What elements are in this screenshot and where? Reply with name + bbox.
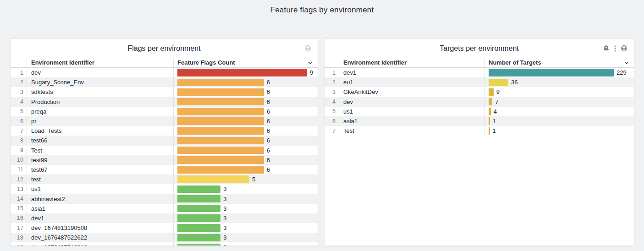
bar-value: 6: [267, 157, 270, 164]
row-number: 6: [325, 116, 339, 126]
value-cell: 3: [173, 223, 318, 233]
chevron-down-icon[interactable]: [307, 60, 314, 67]
row-number: 8: [11, 136, 27, 145]
value-cell: 7: [484, 97, 634, 107]
bar-gauge: [177, 98, 264, 106]
environment-cell: pr: [27, 116, 173, 126]
bar-value: 9: [310, 69, 313, 76]
row-number: 2: [325, 77, 339, 87]
table-row: 7Load_Tests6: [11, 126, 318, 136]
bar-gauge: [489, 88, 494, 96]
value-cell: 9: [173, 68, 318, 77]
value-cell: 1: [484, 116, 634, 126]
panel-title[interactable]: Flags per environment: [127, 44, 200, 53]
environment-cell: us1: [339, 107, 484, 116]
bar-gauge: [177, 88, 264, 96]
value-cell: 3: [173, 194, 318, 203]
row-number: 1: [325, 68, 339, 77]
bar-gauge: [489, 127, 490, 135]
value-cell: 6: [173, 97, 318, 107]
row-number: 17: [11, 223, 27, 233]
value-cell: 36: [484, 77, 634, 87]
bar-value: 3: [223, 224, 226, 231]
panel-header: Flags per environment: [11, 39, 318, 58]
bar-value: 36: [511, 79, 517, 86]
table-row: 6pr6: [11, 116, 318, 126]
row-number: 1: [11, 68, 27, 77]
bar-gauge: [489, 69, 614, 76]
row-number: 19: [11, 242, 27, 246]
table-row: 15asia13: [11, 204, 318, 213]
table-row: 6asia11: [325, 116, 634, 126]
environment-cell: dev_1676487546612: [27, 242, 173, 246]
environment-cell: us1: [27, 184, 173, 194]
environment-cell: eu1: [339, 77, 484, 87]
bar-value: 6: [267, 88, 270, 95]
bar-gauge: [177, 175, 249, 183]
bar-value: 6: [267, 79, 270, 86]
bar-gauge: [177, 166, 264, 174]
column-header-environment[interactable]: Environment Identifier: [339, 58, 484, 67]
globe-icon[interactable]: [621, 45, 627, 52]
bar-value: 6: [267, 147, 270, 154]
table-row: 2eu136: [325, 77, 634, 87]
kebab-menu-icon[interactable]: [614, 45, 616, 52]
value-cell: 3: [173, 213, 318, 223]
bar-value: 3: [223, 244, 226, 246]
environment-cell: preqa: [27, 107, 173, 116]
environment-cell: GkeAnkitDev: [339, 87, 484, 97]
row-number: 15: [11, 204, 27, 213]
globe-icon[interactable]: [304, 45, 311, 52]
row-number: 11: [11, 165, 27, 175]
value-cell: 3: [173, 184, 318, 194]
row-number-header: [11, 58, 27, 67]
value-cell: 6: [173, 146, 318, 155]
environment-cell: dev: [339, 97, 484, 107]
bar-gauge: [177, 156, 264, 164]
column-header-environment[interactable]: Environment Identifier: [27, 58, 173, 67]
value-cell: 6: [173, 165, 318, 175]
panel-header: Targets per environment: [325, 39, 634, 58]
table-row: 1dev1229: [325, 68, 634, 77]
value-cell: 3: [173, 204, 318, 213]
bell-plus-icon[interactable]: [603, 45, 610, 52]
chevron-down-icon[interactable]: [623, 60, 630, 67]
bar-value: 6: [267, 137, 270, 144]
row-number: 2: [11, 77, 27, 87]
table-row: 10test996: [11, 155, 318, 165]
environment-cell: test99: [27, 155, 173, 165]
panel-title[interactable]: Targets per environment: [440, 44, 519, 53]
environment-cell: dev: [27, 68, 173, 77]
table-row: 4dev7: [325, 97, 634, 107]
bar-gauge: [177, 108, 264, 115]
table-row: 3GkeAnkitDev9: [325, 87, 634, 97]
column-header-targets[interactable]: Number of Targets: [484, 58, 634, 67]
bar-gauge: [177, 214, 220, 222]
bar-value: 3: [223, 186, 226, 192]
row-number: 16: [11, 213, 27, 223]
table-row: 17dev_16748131905083: [11, 223, 318, 233]
row-number: 14: [11, 194, 27, 203]
row-number-header: [325, 58, 339, 67]
row-number: 5: [11, 107, 27, 116]
table-row: 12test5: [11, 175, 318, 184]
table-row: 14abhinavtest23: [11, 194, 318, 203]
value-cell: 3: [173, 242, 318, 246]
bar-gauge: [489, 98, 492, 106]
table-row: 2Sugary_Scone_Env6: [11, 77, 318, 87]
environment-cell: sdktests: [27, 87, 173, 97]
column-header-count[interactable]: Feature Flags Count: [173, 58, 318, 67]
panel-flags-per-environment: Flags per environment Environment Identi…: [10, 38, 318, 246]
environment-cell: test67: [27, 165, 173, 175]
environment-cell: dev1: [339, 68, 484, 77]
value-cell: 1: [484, 126, 634, 136]
bar-value: 5: [252, 176, 255, 183]
value-cell: 229: [484, 68, 634, 77]
table-row: 3sdktests6: [11, 87, 318, 97]
row-number: 18: [11, 233, 27, 242]
bar-value: 1: [493, 118, 496, 125]
bar-value: 4: [494, 108, 497, 115]
panel-icons: [304, 39, 311, 58]
row-number: 12: [11, 175, 27, 184]
row-number: 3: [325, 87, 339, 97]
